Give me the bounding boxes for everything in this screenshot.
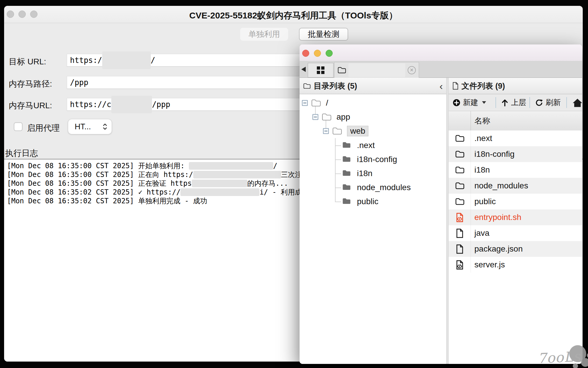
file-row-java[interactable]: java xyxy=(449,225,582,241)
window-title: CVE-2025-55182蚁剑内存马利用工具（TOOls专版） xyxy=(4,10,583,22)
shell-path-label: 内存马路径: xyxy=(9,78,52,90)
log-text: / xyxy=(273,162,277,170)
file-row-server.js[interactable]: server.js xyxy=(449,257,582,273)
tree-item-label[interactable]: i18n xyxy=(357,169,372,178)
file-row-i18n[interactable]: i18n xyxy=(449,162,582,178)
file-name[interactable]: public xyxy=(471,197,496,206)
maximize-window-icon[interactable] xyxy=(326,50,333,57)
tab-close-icon[interactable]: ✕ xyxy=(408,66,416,74)
session-tab[interactable]: ✕ xyxy=(334,62,419,78)
target-url-label: 目标 URL: xyxy=(9,56,46,67)
tree-item-app[interactable]: app xyxy=(300,110,446,124)
tree-item-public[interactable]: public xyxy=(300,195,446,209)
close-window-icon[interactable] xyxy=(302,50,309,57)
solo-exploit-button[interactable]: 单独利用 xyxy=(240,28,288,41)
shell-url-label: 内存马URL: xyxy=(9,100,52,111)
tree-item-web[interactable]: web xyxy=(300,124,446,138)
file-table-header: 名称 xyxy=(449,111,582,130)
refresh-button[interactable]: 刷新 xyxy=(535,94,561,111)
fm-tab-bar: ✕ xyxy=(300,61,582,78)
up-button-label: 上层 xyxy=(511,97,526,108)
proxy-checkbox[interactable] xyxy=(14,122,23,131)
minimize-window-icon[interactable] xyxy=(314,50,321,57)
file-name[interactable]: node_modules xyxy=(471,181,528,190)
file-toolbar: 新建 上层 xyxy=(449,94,582,111)
tree-item-[interactable]: / xyxy=(300,96,446,110)
tree-item-label[interactable]: .next xyxy=(357,141,375,150)
log-text: [Mon Dec 08 16:35:02 CST 2025] ✓ https:/… xyxy=(7,188,180,196)
collapse-expander-icon[interactable] xyxy=(312,114,318,120)
home-button[interactable] xyxy=(572,94,582,111)
file-row-i18n-config[interactable]: i18n-config xyxy=(449,146,582,162)
tree-item-label[interactable]: i18n-config xyxy=(357,155,397,164)
tree-item-nodemodules[interactable]: node_modules xyxy=(300,180,446,195)
file-code-icon xyxy=(449,257,471,273)
fm-titlebar xyxy=(300,44,582,61)
file-row-.next[interactable]: .next xyxy=(449,130,582,146)
redacted-blur xyxy=(180,188,259,196)
tree-item-label[interactable]: public xyxy=(357,197,378,206)
folder-icon xyxy=(342,141,351,151)
refresh-button-label: 刷新 xyxy=(546,97,561,108)
file-name[interactable]: .next xyxy=(471,134,492,143)
name-column-header[interactable]: 名称 xyxy=(471,111,582,130)
new-button-label: 新建 xyxy=(463,97,478,108)
folder-icon xyxy=(342,197,351,207)
collapse-expander-icon[interactable] xyxy=(302,100,308,106)
file-name[interactable]: package.json xyxy=(471,244,523,254)
file-code-icon xyxy=(449,209,471,225)
batch-detect-button[interactable]: 批量检测 xyxy=(299,28,348,41)
redacted-blur xyxy=(193,171,281,178)
file-name[interactable]: entrypoint.sh xyxy=(471,213,521,222)
tree-item-label[interactable]: app xyxy=(336,112,350,122)
folder-icon xyxy=(449,146,471,162)
folder-icon xyxy=(449,178,471,194)
tree-item-label[interactable]: / xyxy=(326,98,328,108)
file-row-node-modules[interactable]: node_modules xyxy=(449,178,582,194)
tab-overview-button[interactable] xyxy=(308,63,334,78)
back-chevron-icon[interactable] xyxy=(301,67,306,72)
tree-item-i18nconfig[interactable]: i18n-config xyxy=(300,152,446,166)
file-name[interactable]: i18n xyxy=(471,165,490,175)
file-list-pane: 文件列表 (9) 新建 xyxy=(449,78,582,364)
new-button[interactable]: 新建 xyxy=(453,94,486,111)
pane-divider[interactable] xyxy=(446,78,449,364)
file-row-public[interactable]: public xyxy=(449,194,582,209)
proxy-label: 启用代理 xyxy=(27,123,60,134)
redacted-blur xyxy=(189,162,273,170)
grid-icon xyxy=(317,66,324,74)
redacted-blur xyxy=(348,63,405,77)
folder-icon xyxy=(303,83,311,89)
tree-item-next[interactable]: .next xyxy=(300,138,446,152)
folder-icon xyxy=(342,169,351,179)
file-name[interactable]: java xyxy=(471,228,489,238)
folder-icon xyxy=(342,183,351,193)
log-text: [Mon Dec 08 16:35:00 CST 2025] 开始单独利用: xyxy=(7,161,189,171)
folder-icon xyxy=(449,162,471,178)
target-url-value-suffix: / xyxy=(151,56,155,65)
file-row-entrypoint.sh[interactable]: entrypoint.sh xyxy=(449,209,582,225)
log-text: [Mon Dec 08 16:35:02 CST 2025] 单独利用完成 - … xyxy=(7,196,207,206)
file-name[interactable]: server.js xyxy=(471,260,505,269)
tree-item-i18n[interactable]: i18n xyxy=(300,166,446,180)
proxy-type-select[interactable]: HT... xyxy=(68,119,112,134)
redacted-blur xyxy=(102,51,151,69)
arrow-up-icon xyxy=(501,99,508,106)
tree-item-label[interactable]: node_modules xyxy=(357,183,411,192)
folder-icon xyxy=(321,113,332,123)
folder-icon xyxy=(311,99,321,109)
file-name[interactable]: i18n-config xyxy=(471,149,514,159)
redacted-blur xyxy=(111,96,152,113)
file-rows: .nexti18n-configi18nnode_modulespublicen… xyxy=(449,130,582,364)
file-row-package.json[interactable]: package.json xyxy=(449,241,582,257)
main-titlebar: CVE-2025-55182蚁剑内存马利用工具（TOOls专版） xyxy=(4,6,583,23)
file-pane-header: 文件列表 (9) xyxy=(449,78,582,94)
up-level-button[interactable]: 上层 xyxy=(501,94,526,111)
log-text: [Mon Dec 08 16:35:00 CST 2025] 正在向 https… xyxy=(7,170,193,179)
plus-circle-icon xyxy=(453,99,460,106)
folder-icon xyxy=(337,66,346,74)
tree-item-label[interactable]: web xyxy=(347,126,368,136)
collapse-expander-icon[interactable] xyxy=(323,128,329,134)
directory-pane-header: 目录列表 (5) ‹ xyxy=(300,78,446,94)
proxy-select-value: HT... xyxy=(75,122,102,131)
